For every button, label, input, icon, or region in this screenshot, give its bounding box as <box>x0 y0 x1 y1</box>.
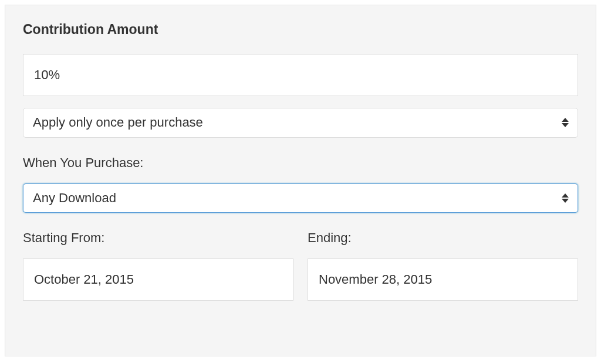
ending-label: Ending: <box>308 230 578 246</box>
apply-rule-select[interactable]: Apply only once per purchase <box>23 108 578 138</box>
apply-rule-select-wrapper: Apply only once per purchase <box>23 108 578 138</box>
starting-from-input[interactable] <box>23 258 293 301</box>
starting-from-label: Starting From: <box>23 230 293 246</box>
date-range-row: Starting From: Ending: <box>23 230 578 301</box>
starting-from-column: Starting From: <box>23 230 293 301</box>
section-title: Contribution Amount <box>23 22 578 38</box>
purchase-select-wrapper: Any Download <box>23 183 578 213</box>
contribution-panel: Contribution Amount Apply only once per … <box>5 5 596 356</box>
when-you-purchase-label: When You Purchase: <box>23 155 578 171</box>
contribution-amount-input[interactable] <box>23 54 578 96</box>
purchase-select[interactable]: Any Download <box>23 183 578 213</box>
ending-input[interactable] <box>308 258 578 301</box>
ending-column: Ending: <box>308 230 578 301</box>
